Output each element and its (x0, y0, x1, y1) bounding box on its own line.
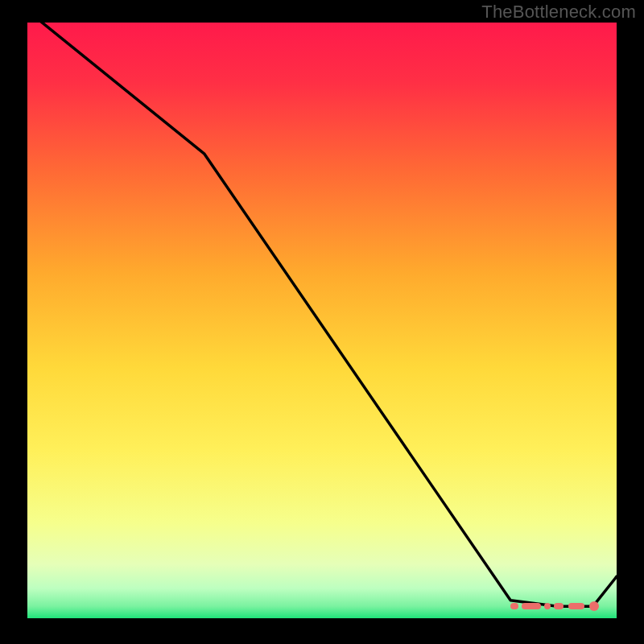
marker-dash (522, 603, 541, 609)
marker-endpoint-dot (589, 601, 599, 611)
marker-dash (510, 603, 518, 609)
watermark-text: TheBottleneck.com (481, 2, 636, 23)
marker-dash (554, 603, 564, 609)
chart-frame: TheBottleneck.com (0, 0, 644, 644)
curve-marker-track (510, 603, 601, 609)
marker-dash (568, 603, 584, 609)
marker-dash (544, 603, 551, 609)
gradient-background (27, 23, 617, 618)
plot-area (27, 23, 617, 618)
chart-svg (27, 23, 617, 618)
